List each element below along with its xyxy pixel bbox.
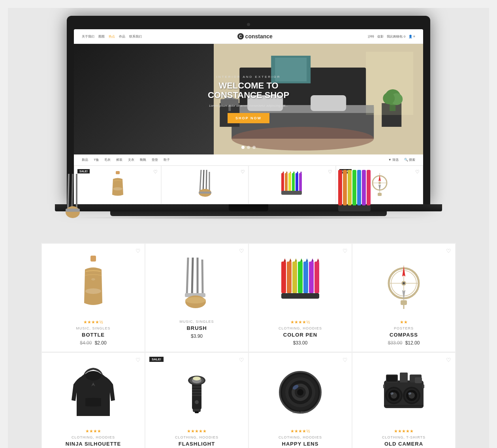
- cat-pants[interactable]: 裤装: [116, 158, 122, 162]
- bottle-price-old: $4.00: [80, 340, 92, 346]
- lens-category: CLOTHING, HOODIES: [255, 435, 346, 439]
- compass-price-old: $33.00: [388, 340, 403, 346]
- wish-button-colorpen[interactable]: ♡: [343, 248, 348, 254]
- compass-price-new: $12.00: [405, 340, 420, 346]
- svg-rect-80: [298, 262, 303, 293]
- nav-item-works[interactable]: 作品: [119, 34, 125, 39]
- wish-button-camera[interactable]: ♡: [446, 357, 451, 363]
- shop-now-button[interactable]: SHOP NOW: [228, 113, 269, 123]
- nav-cart[interactable]: 我比购物包 0: [387, 34, 405, 39]
- category-nav: 新品 T恤 毛衣 裤装 文衣 靴靴 垫垫 鞋子 ▼ 筛选 🔍 搜索: [74, 154, 423, 166]
- svg-rect-77: [281, 262, 286, 293]
- search-btn[interactable]: 🔍 搜索: [404, 158, 415, 162]
- site-header: 关于我们 图图 热点 作品 联系我们 C constance 沙特 促影 我比购…: [74, 29, 423, 44]
- compass-price: $33.00 $12.00: [358, 340, 449, 346]
- lens-product-image: LENS 50mm: [255, 361, 346, 424]
- nav-item-about[interactable]: 关于我们: [82, 34, 94, 39]
- hero-title: WELCOME TO CONSTANCE SHOP: [208, 81, 289, 100]
- wish-colorpen[interactable]: ♡: [328, 169, 332, 175]
- colorpen-category: CLOTHING, HOODIES: [255, 326, 346, 330]
- svg-rect-142: [383, 384, 385, 388]
- laptop-stand: [110, 211, 387, 216]
- svg-point-112: [195, 400, 199, 404]
- svg-rect-67: [90, 256, 96, 262]
- laptop-container: 关于我们 图图 热点 作品 联系我们 C constance 沙特 促影 我比购…: [8, 8, 489, 219]
- dot-1[interactable]: [241, 146, 245, 149]
- laptop-product-colorpen: ♡: [248, 166, 336, 204]
- product-card-lens: ♡ LENS 50mm: [248, 352, 352, 448]
- cat-boots[interactable]: 靴靴: [140, 158, 146, 162]
- cat-new[interactable]: 新品: [82, 158, 88, 162]
- svg-marker-38: [297, 171, 298, 173]
- svg-rect-81: [303, 262, 308, 293]
- hero-bg-left: [74, 44, 214, 154]
- sale-badge-flashlight: SALE!: [149, 357, 164, 362]
- cat-tshirt[interactable]: T恤: [94, 158, 99, 162]
- brush-product-image: [151, 252, 242, 315]
- laptop-product-compass: SALE! ♡: [336, 166, 423, 204]
- svg-point-111: [193, 376, 201, 380]
- svg-rect-127: [387, 375, 397, 382]
- camera-stars: ★★★★★: [358, 429, 449, 434]
- flashlight-category: CLOTHING, HOODIES: [151, 435, 242, 439]
- svg-marker-35: [286, 171, 288, 173]
- wish-button-brush[interactable]: ♡: [239, 248, 244, 254]
- cat-cushion[interactable]: 垫垫: [152, 158, 158, 162]
- header-right: 沙特 促影 我比购物包 0 👤 ≡: [368, 34, 415, 39]
- hero-dots: [241, 146, 256, 149]
- flashlight-stars: ★★★★★: [151, 429, 242, 434]
- sale-badge-compass: SALE!: [339, 169, 352, 173]
- wish-button-flashlight[interactable]: ♡: [239, 357, 244, 363]
- svg-line-73: [202, 260, 203, 295]
- camera-category: CLOTHING, T-SHIRTS: [358, 435, 449, 439]
- colorpen-price-value: $33.00: [293, 340, 308, 346]
- svg-rect-128: [400, 373, 408, 382]
- bottle-stars: ★★★★½: [48, 320, 139, 325]
- nav-item-hot[interactable]: 热点: [109, 34, 115, 39]
- wish-button-ninja[interactable]: ♡: [136, 357, 141, 363]
- bottle-price: $4.00 $2.00: [48, 340, 139, 346]
- nav-account[interactable]: 👤 ≡: [409, 35, 415, 38]
- nav-item-pictures[interactable]: 图图: [98, 34, 105, 39]
- wish-compass[interactable]: ♡: [415, 169, 420, 175]
- dot-3[interactable]: [252, 146, 256, 149]
- camera-product-image: [358, 361, 449, 424]
- svg-rect-32: [299, 173, 302, 193]
- laptop-shadow: [67, 216, 430, 219]
- laptop-body: 关于我们 图图 热点 作品 联系我们 C constance 沙特 促影 我比购…: [67, 16, 430, 204]
- laptop-camera: [247, 23, 250, 26]
- filter-btn[interactable]: ▼ 筛选: [388, 158, 399, 162]
- svg-marker-39: [300, 171, 302, 173]
- svg-line-23: [206, 170, 207, 192]
- logo-icon: C: [237, 33, 244, 40]
- wish-button-lens[interactable]: ♡: [343, 357, 348, 363]
- svg-marker-36: [290, 171, 291, 173]
- brush-price: $3.90: [151, 333, 242, 339]
- nav-item-contact[interactable]: 联系我们: [129, 34, 142, 39]
- nav-search[interactable]: 沙特: [368, 34, 374, 39]
- svg-line-22: [203, 170, 204, 192]
- brush-category: MUSIC, SINGLES: [151, 320, 242, 324]
- camera-name: OLD CAMERA: [358, 441, 449, 447]
- cat-shoes[interactable]: 鞋子: [164, 158, 170, 162]
- cat-sweater[interactable]: 毛衣: [104, 158, 111, 162]
- svg-rect-105: [192, 389, 201, 390]
- product-card-ninja: ♡ ★★★★ CLOTHING, HOODIES NINJA SILHOUETT: [41, 352, 145, 448]
- dot-2[interactable]: [247, 146, 250, 149]
- compass-name: COMPASS: [358, 332, 449, 338]
- cat-formal[interactable]: 文衣: [128, 158, 134, 162]
- ninja-category: CLOTHING, HOODIES: [48, 435, 139, 439]
- svg-point-68: [85, 288, 101, 294]
- wish-brush[interactable]: ♡: [241, 169, 245, 175]
- colorpen-image: [253, 170, 331, 198]
- wish-button-bottle[interactable]: ♡: [136, 248, 141, 254]
- svg-rect-141: [384, 405, 424, 407]
- wish-button-compass[interactable]: ♡: [446, 248, 451, 254]
- nav-wishlist[interactable]: 促影: [377, 34, 384, 39]
- svg-marker-88: [300, 258, 303, 262]
- hero-banner: INTERIOR AND EXTERIOR WELCOME TO CONSTAN…: [74, 44, 423, 154]
- colorpen-name: COLOR PEN: [255, 332, 346, 338]
- wish-bottle[interactable]: ♡: [153, 169, 158, 175]
- colorpen-product-image: [255, 252, 346, 315]
- bottle-product-image: [48, 252, 139, 315]
